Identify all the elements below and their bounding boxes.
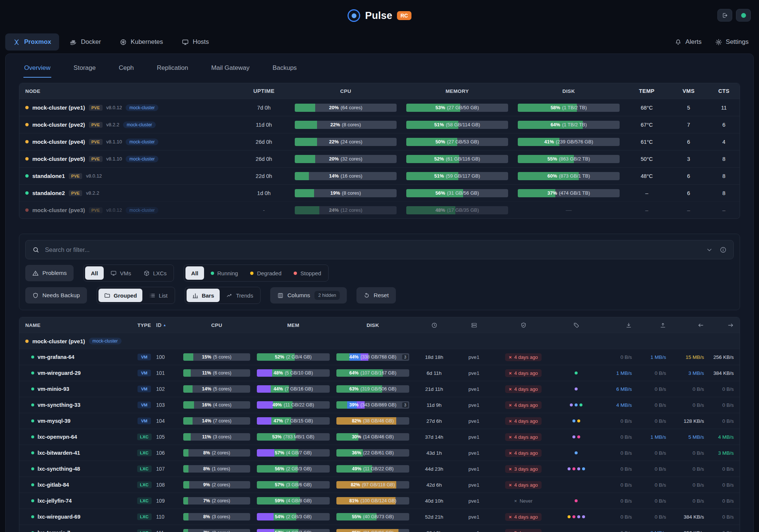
option-label: Trends	[236, 292, 253, 299]
type-badge: LXC	[137, 481, 152, 488]
column-header-disk[interactable]: DISK	[513, 88, 624, 94]
guest-type-filter-option-lxcs[interactable]: LXCs	[138, 266, 172, 280]
bar-text: 20%(32 cores)	[295, 155, 397, 163]
guest-uptime: 11d 9h	[413, 402, 456, 408]
alerts-button[interactable]: Alerts	[675, 38, 701, 46]
backup-status-badge: ×4 days ago	[505, 385, 542, 393]
display-mode-toggle-option-trends[interactable]: Trends	[221, 289, 259, 302]
guest-row[interactable]: vm-grafana-64VM10015%(5 cores)52%(2 GB/4…	[19, 349, 740, 365]
pve-version: v8.0.12	[106, 105, 122, 110]
columns-button[interactable]: Columns2 hidden	[270, 287, 347, 304]
node-row[interactable]: mock-cluster (pve3)PVEv8.0.12mock-cluste…	[19, 201, 740, 218]
column-header-uptime[interactable]: UPTIME	[238, 88, 290, 94]
node-row[interactable]: standalone2PVEv8.2.21d 0h19%(8 cores)56%…	[19, 184, 740, 201]
subtab-storage[interactable]: Storage	[73, 63, 97, 78]
guest-row[interactable]: lxc-wireguard-69LXC1108%(3 cores)54%(2 G…	[19, 509, 740, 525]
memory-usage-bar: 52%(2 GB/4 GB)	[257, 353, 330, 361]
option-label: VMs	[120, 270, 131, 276]
column-header-disk-write[interactable]	[632, 322, 666, 328]
guest-status-filter-option-stopped[interactable]: Stopped	[288, 266, 327, 280]
problems-filter-button[interactable]: Problems	[25, 265, 74, 281]
bar-percent: 54%	[275, 514, 284, 519]
node-row[interactable]: mock-cluster (pve1)PVEv8.0.12mock-cluste…	[19, 99, 740, 116]
guest-row[interactable]: vm-wireguard-29VM10111%(6 cores)48%(5 GB…	[19, 365, 740, 381]
view-mode-toggle-option-grouped[interactable]: Grouped	[98, 289, 143, 302]
type-badge: VM	[138, 418, 151, 424]
reset-button[interactable]: Reset	[356, 287, 396, 304]
guest-row[interactable]: lxc-syncthing-48LXC1078%(1 cores)56%(2 G…	[19, 461, 740, 477]
column-header-id[interactable]: ID▲	[156, 322, 180, 328]
column-header-memory[interactable]: MEMORY	[401, 88, 513, 94]
display-mode-toggle-option-bars[interactable]: Bars	[187, 289, 220, 302]
guest-status-filter-option-all[interactable]: All	[185, 266, 204, 280]
column-header-mem[interactable]: MEM	[253, 322, 333, 328]
info-icon[interactable]	[720, 246, 727, 253]
column-header-vms[interactable]: VMS	[669, 88, 708, 94]
bar-detail: (40 GB/73 GB)	[363, 514, 394, 519]
option-label: Degraded	[257, 270, 281, 276]
column-header-disk-read[interactable]	[598, 322, 632, 328]
logout-button[interactable]	[717, 9, 732, 22]
column-header-node[interactable]	[456, 322, 492, 328]
guest-name: vm-mysql-39	[38, 418, 71, 424]
column-header-temp[interactable]: TEMP	[624, 88, 669, 94]
net-in-rate: 15 MB/s	[666, 354, 704, 360]
column-header-cpu[interactable]: CPU	[290, 88, 401, 94]
column-header-name[interactable]: NAME	[19, 322, 132, 328]
tag-dot	[577, 435, 580, 438]
guest-status-filter-option-degraded[interactable]: Degraded	[245, 266, 287, 280]
column-header-net-out[interactable]	[704, 322, 740, 328]
subtab-overview[interactable]: Overview	[23, 63, 51, 78]
guest-row[interactable]: lxc-bitwarden-41LXC1068%(2 cores)57%(4 G…	[19, 445, 740, 461]
guest-status-filter-option-running[interactable]: Running	[205, 266, 244, 280]
node-status-dot	[25, 106, 29, 109]
net-out-rate: 0 B/s	[704, 498, 740, 504]
guest-type-filter-option-vms[interactable]: VMs	[105, 266, 137, 280]
guest-row[interactable]: lxc-openvpn-64LXC10511%(3 cores)53%(783 …	[19, 429, 740, 445]
node-row[interactable]: mock-cluster (pve2)PVEv8.2.2mock-cluster…	[19, 116, 740, 133]
guest-row[interactable]: vm-minio-93VM10214%(5 cores)44%(7 GB/16 …	[19, 381, 740, 397]
subtab-ceph[interactable]: Ceph	[118, 63, 135, 78]
guest-row[interactable]: vm-mysql-39VM10414%(7 cores)47%(7 GB/15 …	[19, 413, 740, 429]
nav-tab-hosts[interactable]: Hosts	[174, 33, 217, 51]
column-header-cpu[interactable]: CPU	[180, 322, 253, 328]
node-row[interactable]: mock-cluster (pve5)PVEv8.1.10mock-cluste…	[19, 150, 740, 167]
node-row[interactable]: mock-cluster (pve4)PVEv8.1.10mock-cluste…	[19, 133, 740, 150]
view-mode-toggle-option-list[interactable]: List	[143, 289, 173, 302]
cpu-usage-bar: 16%(4 cores)	[183, 401, 250, 409]
bar-detail: (5 cores)	[213, 386, 231, 392]
column-header-net-in[interactable]	[666, 322, 704, 328]
storage-icon	[471, 322, 477, 328]
tag-dot	[575, 403, 578, 406]
bar-text: 52%(2 GB/4 GB)	[257, 353, 330, 361]
search-input[interactable]	[44, 246, 701, 254]
column-header-node[interactable]: NODE	[19, 88, 238, 94]
subtab-mail-gateway[interactable]: Mail Gateway	[210, 63, 250, 78]
node-group-header[interactable]: mock-cluster (pve1)mock-cluster	[19, 333, 740, 349]
subtab-replication[interactable]: Replication	[156, 63, 189, 78]
guest-disk-cell: 36%(22 GB/61 GB)	[333, 449, 413, 457]
guest-row[interactable]: vm-syncthing-33VM10316%(4 cores)49%(11 G…	[19, 397, 740, 413]
nav-tab-docker[interactable]: Docker	[62, 33, 109, 51]
node-row[interactable]: standalone1PVEv8.0.1222d 0h14%(16 cores)…	[19, 167, 740, 184]
column-header-uptime[interactable]	[413, 322, 456, 328]
column-header-disk[interactable]: DISK	[333, 322, 413, 328]
column-header-type[interactable]: TYPE	[132, 322, 156, 328]
tag-dot	[577, 467, 580, 470]
column-header-tags[interactable]	[555, 322, 598, 328]
column-header-cts[interactable]: CTS	[708, 88, 740, 94]
nav-tab-kubernetes[interactable]: Kubernetes	[112, 33, 171, 51]
subtab-backups[interactable]: Backups	[272, 63, 297, 78]
guest-row[interactable]: lxc-jellyfin-74LXC1097%(2 cores)59%(4 GB…	[19, 493, 740, 509]
settings-button[interactable]: Settings	[715, 38, 749, 46]
guest-type-cell: LXC	[132, 450, 156, 456]
needs-backup-filter-button[interactable]: Needs Backup	[25, 287, 87, 304]
chevron-down-icon[interactable]	[706, 246, 713, 253]
nav-tab-proxmox[interactable]: Proxmox	[5, 33, 59, 51]
column-header-backup[interactable]	[492, 322, 555, 328]
guest-row[interactable]: lxc-gitlab-84LXC1089%(2 cores)57%(3 GB/6…	[19, 477, 740, 493]
node-memory-cell: 50%(27 GB/53 GB)	[401, 138, 513, 146]
guest-type-filter-option-all[interactable]: All	[85, 266, 103, 280]
connection-status-button[interactable]	[736, 9, 751, 22]
guest-row[interactable]: lxc-terraria-7LXC1117%(2 cores)57%(4 GB/…	[19, 525, 740, 532]
